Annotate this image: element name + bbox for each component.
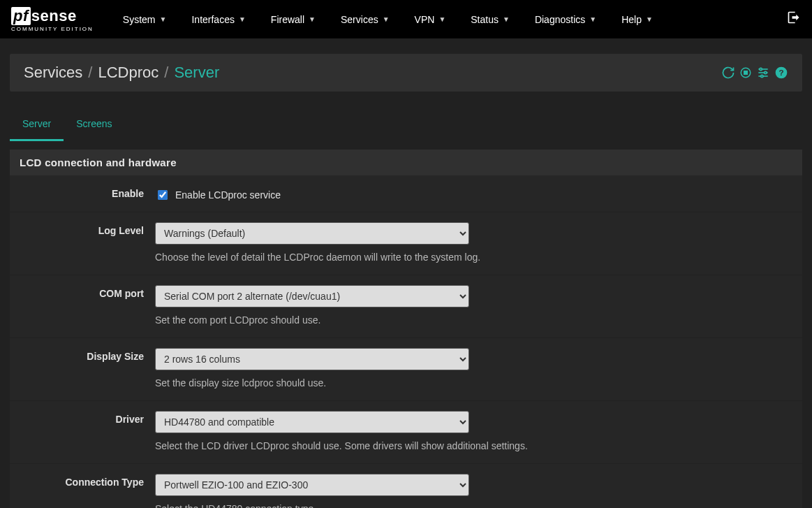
- help-displaysize: Set the display size lcdproc should use.: [155, 376, 679, 391]
- comport-select[interactable]: Serial COM port 2 alternate (/dev/cuau1): [155, 285, 469, 307]
- logo-subtitle: COMMUNITY EDITION: [11, 26, 94, 32]
- row-loglevel: Log Level Warnings (Default) Choose the …: [10, 212, 802, 275]
- label-conntype: Connection Type: [18, 474, 155, 488]
- caret-down-icon: ▼: [309, 15, 316, 23]
- top-nav: pfsense COMMUNITY EDITION System▼ Interf…: [0, 0, 812, 38]
- related-settings-icon[interactable]: [756, 66, 770, 80]
- panel-lcd-hardware: LCD connection and hardware Enable Enabl…: [10, 150, 802, 508]
- breadcrumb-lcdproc[interactable]: LCDproc: [98, 64, 158, 82]
- breadcrumb: Services / LCDproc / Server: [24, 64, 219, 82]
- stop-service-icon[interactable]: [739, 66, 752, 79]
- row-comport: COM port Serial COM port 2 alternate (/d…: [10, 275, 802, 338]
- nav-diagnostics[interactable]: Diagnostics▼: [522, 14, 609, 25]
- loglevel-select[interactable]: Warnings (Default): [155, 222, 469, 245]
- label-loglevel: Log Level: [18, 222, 155, 236]
- help-loglevel: Choose the level of detail the LCDProc d…: [155, 250, 679, 265]
- page-header: Services / LCDproc / Server ?: [10, 54, 802, 92]
- logo-pf: pf: [11, 7, 31, 25]
- row-displaysize: Display Size 2 rows 16 colums Set the di…: [10, 338, 802, 401]
- svg-text:?: ?: [778, 68, 783, 77]
- logo-sense: sense: [31, 7, 77, 25]
- label-displaysize: Display Size: [18, 348, 155, 362]
- conntype-select[interactable]: Portwell EZIO-100 and EZIO-300: [155, 474, 469, 496]
- caret-down-icon: ▼: [503, 15, 510, 23]
- tab-server[interactable]: Server: [10, 108, 64, 141]
- label-driver: Driver: [18, 411, 155, 425]
- nav-help[interactable]: Help▼: [609, 14, 665, 25]
- caret-down-icon: ▼: [589, 15, 596, 23]
- header-actions: ?: [721, 66, 788, 80]
- displaysize-select[interactable]: 2 rows 16 colums: [155, 348, 469, 370]
- caret-down-icon: ▼: [438, 15, 445, 23]
- breadcrumb-sep: /: [88, 64, 92, 82]
- enable-checkbox[interactable]: [158, 190, 168, 200]
- tabs: Server Screens: [10, 108, 802, 141]
- svg-point-5: [760, 68, 762, 70]
- row-driver: Driver HD44780 and compatible Select the…: [10, 401, 802, 464]
- svg-point-7: [761, 75, 763, 77]
- label-enable: Enable: [18, 185, 155, 199]
- logo[interactable]: pfsense COMMUNITY EDITION: [11, 7, 94, 32]
- breadcrumb-server: Server: [174, 64, 219, 82]
- tab-screens[interactable]: Screens: [64, 108, 124, 141]
- restart-service-icon[interactable]: [721, 66, 735, 80]
- svg-rect-1: [744, 71, 748, 75]
- enable-text: Enable LCDproc service: [175, 189, 281, 201]
- help-comport: Set the com port LCDproc should use.: [155, 313, 679, 328]
- breadcrumb-services[interactable]: Services: [24, 64, 82, 82]
- svg-point-6: [765, 71, 767, 73]
- help-conntype: Select the HD44780 connection type: [155, 502, 679, 508]
- help-icon[interactable]: ?: [774, 66, 788, 80]
- nav-system[interactable]: System▼: [110, 14, 179, 25]
- driver-select[interactable]: HD44780 and compatible: [155, 411, 469, 433]
- help-driver: Select the LCD driver LCDproc should use…: [155, 439, 679, 453]
- nav-menu: System▼ Interfaces▼ Firewall▼ Services▼ …: [110, 14, 665, 25]
- caret-down-icon: ▼: [239, 15, 246, 23]
- nav-status[interactable]: Status▼: [458, 14, 522, 25]
- row-conntype: Connection Type Portwell EZIO-100 and EZ…: [10, 464, 802, 508]
- logout-icon[interactable]: [787, 10, 801, 28]
- breadcrumb-sep: /: [164, 64, 168, 82]
- nav-interfaces[interactable]: Interfaces▼: [179, 14, 258, 25]
- caret-down-icon: ▼: [160, 15, 167, 23]
- enable-checkbox-wrap[interactable]: Enable LCDproc service: [155, 185, 679, 202]
- label-comport: COM port: [18, 285, 155, 299]
- nav-vpn[interactable]: VPN▼: [402, 14, 459, 25]
- panel-heading: LCD connection and hardware: [10, 150, 802, 175]
- caret-down-icon: ▼: [383, 15, 390, 23]
- row-enable: Enable Enable LCDproc service: [10, 175, 802, 212]
- nav-services[interactable]: Services▼: [328, 14, 402, 25]
- caret-down-icon: ▼: [646, 15, 653, 23]
- nav-firewall[interactable]: Firewall▼: [258, 14, 328, 25]
